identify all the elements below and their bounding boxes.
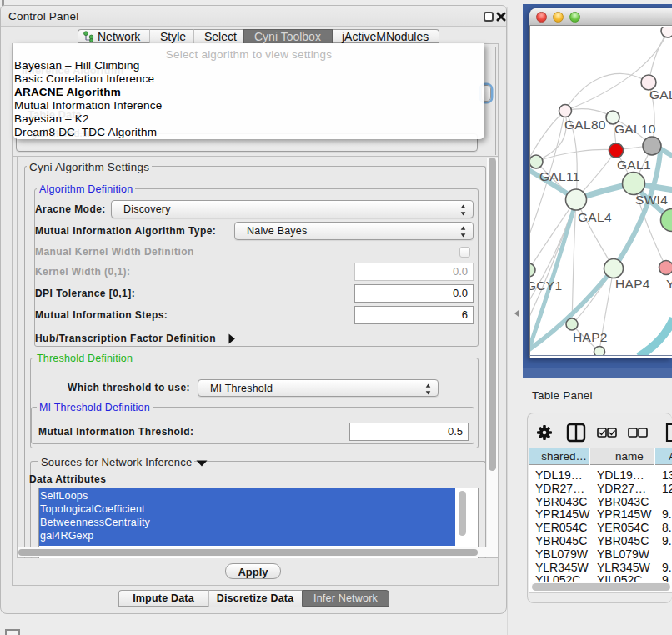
svg-text:GAL4: GAL4 [578, 210, 612, 224]
svg-text:SWI4: SWI4 [635, 192, 668, 207]
svg-text:GAL: GAL [649, 88, 672, 102]
svg-text:GAL11: GAL11 [539, 169, 580, 183]
svg-text:GAL10: GAL10 [614, 122, 656, 136]
svg-text:HAP4: HAP4 [615, 277, 650, 291]
svg-text:Y: Y [666, 277, 672, 291]
svg-text:GCY1: GCY1 [530, 278, 562, 292]
svg-text:HAP2: HAP2 [573, 330, 608, 344]
svg-text:GAL1: GAL1 [617, 158, 651, 172]
svg-text:GAL80: GAL80 [564, 118, 606, 132]
